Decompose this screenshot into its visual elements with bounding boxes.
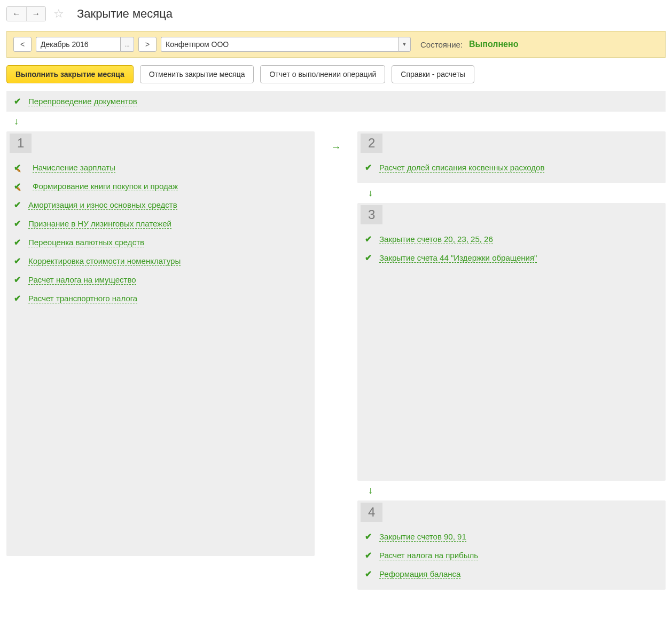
op-link[interactable]: Формирование книги покупок и продаж xyxy=(33,182,178,191)
status-value: Выполнено xyxy=(469,40,518,49)
stage-number: 4 xyxy=(361,503,382,522)
stage-3: 3 ✔ Закрытие счетов 20, 23, 25, 26 ✔ Зак… xyxy=(357,203,666,481)
op-row: ✔ Расчет налога на прибыль xyxy=(357,546,666,565)
check-icon: ✔ xyxy=(14,96,21,106)
status-label: Состояние: xyxy=(420,40,463,49)
op-link[interactable]: Закрытие счетов 90, 91 xyxy=(379,532,466,542)
stage-number: 2 xyxy=(361,134,382,153)
check-pencil-icon: ✔ xyxy=(14,181,25,191)
op-row: ✔ Закрытие счета 44 "Издержки обращения" xyxy=(357,248,666,267)
check-icon: ✔ xyxy=(365,162,372,173)
check-icon: ✔ xyxy=(365,253,372,263)
arrow-down-icon: ↓ xyxy=(0,112,672,131)
op-row: ✔ Расчет транспортного налога xyxy=(6,289,315,308)
check-icon: ✔ xyxy=(14,293,21,303)
op-row: ✔ Формирование книги покупок и продаж xyxy=(6,177,315,195)
op-link[interactable]: Расчет налога на имущество xyxy=(28,275,136,285)
actions-row: Выполнить закрытие месяца Отменить закры… xyxy=(0,58,672,91)
op-row: ✔ Начисление зарплаты xyxy=(6,158,315,177)
cancel-close-month-button[interactable]: Отменить закрытие месяца xyxy=(140,65,254,83)
op-link[interactable]: Расчет налога на прибыль xyxy=(379,551,478,560)
top-nav: ← → ☆ Закрытие месяца xyxy=(0,0,672,31)
favorite-icon[interactable]: ☆ xyxy=(51,7,66,21)
op-link[interactable]: Начисление зарплаты xyxy=(33,163,115,173)
organization-group: ▼ xyxy=(161,37,411,52)
op-row: ✔ Амортизация и износ основных средств xyxy=(6,195,315,214)
period-group: ... xyxy=(36,37,134,52)
stage-number: 1 xyxy=(10,134,32,153)
stage-number: 3 xyxy=(361,205,382,224)
op-row: ✔ Закрытие счетов 20, 23, 25, 26 xyxy=(357,230,666,248)
op-row: ✔ Расчет налога на имущество xyxy=(6,270,315,289)
op-link[interactable]: Закрытие счета 44 "Издержки обращения" xyxy=(379,253,537,263)
op-link[interactable]: Признание в НУ лизинговых платежей xyxy=(28,219,171,229)
forward-button[interactable]: → xyxy=(26,7,45,21)
check-icon: ✔ xyxy=(14,256,21,266)
page-title: Закрытие месяца xyxy=(77,7,173,21)
check-icon: ✔ xyxy=(14,275,21,285)
execute-close-month-button[interactable]: Выполнить закрытие месяца xyxy=(6,65,134,83)
repost-documents-row: ✔ Перепроведение документов xyxy=(6,91,666,112)
op-row: ✔ Корректировка стоимости номенклатуры xyxy=(6,252,315,270)
period-next-button[interactable]: > xyxy=(138,37,157,52)
op-link[interactable]: Закрытие счетов 20, 23, 25, 26 xyxy=(379,234,493,244)
arrow-down-icon: ↓ xyxy=(357,481,666,500)
check-icon: ✔ xyxy=(365,569,372,579)
check-icon: ✔ xyxy=(14,200,21,210)
operations-report-button[interactable]: Отчет о выполнении операций xyxy=(260,65,385,83)
check-icon: ✔ xyxy=(14,218,21,229)
repost-documents-link[interactable]: Перепроведение документов xyxy=(28,97,137,106)
stage-4: 4 ✔ Закрытие счетов 90, 91 ✔ Расчет нало… xyxy=(357,500,666,590)
check-icon: ✔ xyxy=(365,550,372,560)
check-icon: ✔ xyxy=(365,234,372,244)
op-link[interactable]: Реформация баланса xyxy=(379,569,460,579)
nav-buttons: ← → xyxy=(6,6,46,21)
op-row: ✔ Закрытие счетов 90, 91 xyxy=(357,527,666,546)
check-icon: ✔ xyxy=(365,531,372,542)
right-column: 2 ✔ Расчет долей списания косвенных расх… xyxy=(357,131,666,590)
period-input[interactable] xyxy=(36,37,120,52)
op-link[interactable]: Расчет долей списания косвенных расходов xyxy=(379,163,544,173)
check-pencil-icon: ✔ xyxy=(14,162,25,173)
op-link[interactable]: Переоценка валютных средств xyxy=(28,238,144,247)
op-row: ✔ Признание в НУ лизинговых платежей xyxy=(6,214,315,233)
period-picker-button[interactable]: ... xyxy=(120,37,134,52)
filter-bar: < ... > ▼ Состояние: Выполнено xyxy=(6,31,666,58)
op-row: ✔ Реформация баланса xyxy=(357,565,666,583)
stages-container: 1 ✔ Начисление зарплаты ✔ Формирование к… xyxy=(0,131,672,590)
op-link[interactable]: Расчет транспортного налога xyxy=(28,294,137,303)
op-link[interactable]: Амортизация и износ основных средств xyxy=(28,200,177,210)
stage-1: 1 ✔ Начисление зарплаты ✔ Формирование к… xyxy=(6,131,315,556)
op-row: ✔ Переоценка валютных средств xyxy=(6,233,315,252)
organization-input[interactable] xyxy=(161,37,398,52)
op-link[interactable]: Корректировка стоимости номенклатуры xyxy=(28,256,181,266)
left-column: 1 ✔ Начисление зарплаты ✔ Формирование к… xyxy=(6,131,315,556)
period-prev-button[interactable]: < xyxy=(13,37,32,52)
stage-2: 2 ✔ Расчет долей списания косвенных расх… xyxy=(357,131,666,183)
op-row: ✔ Расчет долей списания косвенных расход… xyxy=(357,158,666,177)
check-icon: ✔ xyxy=(14,237,21,247)
calculation-references-button[interactable]: Справки - расчеты xyxy=(392,65,474,83)
organization-dropdown-button[interactable]: ▼ xyxy=(398,37,411,52)
back-button[interactable]: ← xyxy=(7,7,26,21)
arrow-right-icon: → xyxy=(331,131,341,153)
arrow-down-icon: ↓ xyxy=(357,183,666,203)
